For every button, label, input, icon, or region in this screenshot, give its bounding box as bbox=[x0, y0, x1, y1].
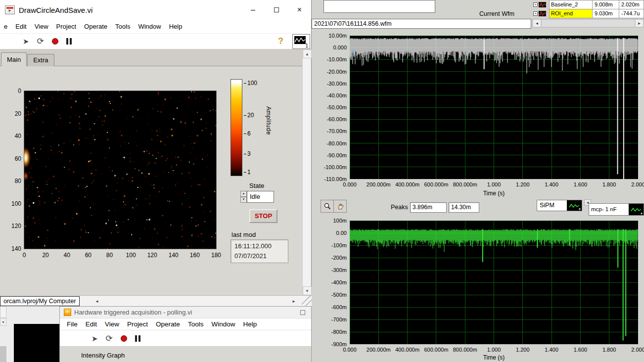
spinner-up-icon[interactable]: ▲ bbox=[240, 191, 247, 197]
tick-label: 400.000m bbox=[395, 181, 419, 187]
background-black-panel bbox=[14, 324, 59, 362]
tick-label: -100m bbox=[331, 242, 347, 248]
tick-label: 20 bbox=[15, 110, 21, 117]
scroll-right-icon[interactable]: ► bbox=[290, 297, 298, 305]
intensity-graph-x-axis: 020406080100120140160180 bbox=[24, 252, 216, 259]
tick-label: 1.800 bbox=[602, 347, 616, 353]
stop-button[interactable]: STOP bbox=[249, 209, 277, 223]
tick-label: 1.200 bbox=[516, 347, 530, 353]
wfm-name-cell[interactable]: ROI_end bbox=[549, 9, 593, 18]
pan-tool-button[interactable] bbox=[333, 200, 347, 213]
intensity-graph-plot[interactable] bbox=[24, 90, 217, 249]
vi-window-acquisition: Hardware triggered acquisition - polling… bbox=[59, 306, 312, 362]
menu-item-window[interactable]: Window bbox=[134, 23, 165, 30]
last-mod-time: 16:11:12.000 bbox=[234, 241, 288, 251]
menu-item-tools[interactable]: Tools bbox=[184, 320, 208, 328]
maximize-button[interactable] bbox=[300, 310, 305, 315]
plot-style-icon[interactable]: ▼ bbox=[629, 204, 644, 215]
run-button[interactable]: ➤ bbox=[23, 38, 29, 45]
tick-label: -80.00m bbox=[327, 140, 347, 146]
menu-item-tools[interactable]: Tools bbox=[111, 23, 134, 30]
intensity-graph-label: Intensity Graph bbox=[81, 352, 125, 359]
tick-label: 100 bbox=[244, 80, 257, 87]
tab-main[interactable]: Main bbox=[1, 52, 27, 66]
waveform-graph-1-plot[interactable] bbox=[350, 36, 638, 179]
plot-style-icon[interactable]: ▼ bbox=[567, 200, 582, 211]
tick-label: 40 bbox=[15, 133, 21, 139]
menu-item-help[interactable]: Help bbox=[239, 320, 261, 328]
tick-label: 0.000 bbox=[343, 347, 357, 353]
waveform-graph-2-x-axis: 0.000200.000m400.000m600.000m800.000m1.0… bbox=[350, 347, 638, 353]
menu-item-window[interactable]: Window bbox=[207, 320, 239, 328]
scroll-down-icon[interactable]: ▼ bbox=[303, 286, 312, 295]
scroll-left-icon[interactable]: ◄ bbox=[533, 19, 541, 27]
peak-value-1[interactable]: 3.896m bbox=[410, 202, 447, 213]
menu-item-edit[interactable]: Edit bbox=[11, 23, 30, 30]
peak-value-2[interactable]: 14.30m bbox=[449, 202, 479, 213]
menu-item-edit[interactable]: Edit bbox=[82, 320, 101, 328]
run-continuous-button[interactable]: ⟳ bbox=[37, 37, 44, 45]
run-continuous-button[interactable]: ⟳ bbox=[106, 334, 113, 343]
expander-icon[interactable]: + bbox=[533, 11, 538, 16]
tick-label: 200.000m bbox=[367, 181, 391, 187]
tab-extra[interactable]: Extra bbox=[27, 54, 54, 67]
state-input[interactable]: Idle bbox=[247, 191, 274, 203]
expander-icon[interactable]: + bbox=[533, 2, 538, 7]
spinner-down-icon[interactable]: ▼ bbox=[240, 197, 247, 203]
close-button[interactable]: × bbox=[288, 0, 311, 20]
abort-button[interactable] bbox=[52, 38, 58, 45]
tick-label: -100.00m bbox=[324, 164, 347, 170]
waveform-graph-1-xlabel: Time (s) bbox=[350, 190, 638, 197]
tick-label: -30.00m bbox=[327, 81, 347, 87]
minimize-button[interactable]: – bbox=[241, 0, 265, 20]
waveform-graph-2-plot[interactable] bbox=[350, 221, 638, 344]
pause-button[interactable] bbox=[135, 335, 140, 342]
abort-button[interactable] bbox=[121, 335, 127, 342]
pause-button[interactable] bbox=[66, 38, 72, 45]
help-icon[interactable]: ? bbox=[278, 36, 283, 46]
tick-label: -700m bbox=[331, 317, 347, 322]
color-scale-label: Amplitude bbox=[265, 106, 272, 135]
current-wfm-label: Current Wfm bbox=[479, 10, 514, 17]
scrollbar-thumb[interactable] bbox=[541, 19, 635, 27]
wfm-table: +Baseline_29.008m2.020m+ROI_end9.030m-74… bbox=[532, 0, 644, 18]
scroll-right-icon[interactable]: ► bbox=[635, 19, 644, 27]
row-icons: + bbox=[532, 9, 549, 18]
wfm-value-cell: -744.7u bbox=[619, 9, 644, 18]
zoom-tool-button[interactable] bbox=[321, 200, 334, 213]
mcp-selector[interactable]: mcp- 1 nF ▼ bbox=[589, 203, 644, 216]
table-scrollbar[interactable]: ◄ ► bbox=[532, 19, 644, 28]
menu-item-view[interactable]: View bbox=[101, 320, 123, 328]
plot-legend-icon[interactable] bbox=[539, 2, 546, 7]
menu-item-file[interactable]: File bbox=[63, 320, 82, 328]
menu-item-help[interactable]: Help bbox=[165, 23, 186, 30]
maximize-icon bbox=[274, 7, 279, 12]
scroll-up-icon[interactable]: ▲ bbox=[303, 49, 312, 58]
tick-label: -90.00m bbox=[327, 152, 347, 158]
wfm-name-cell[interactable]: Baseline_2 bbox=[549, 0, 593, 9]
project-context[interactable]: orcam.lvproj/My Computer bbox=[0, 296, 80, 306]
window-title: DrawCircleAndSave.vi bbox=[19, 6, 92, 14]
menu-item-project[interactable]: Project bbox=[52, 23, 80, 30]
mcp-selector-label: mcp- 1 nF bbox=[589, 204, 629, 215]
vertical-scrollbar[interactable]: ▲ ▼ bbox=[302, 49, 311, 295]
maximize-button[interactable] bbox=[265, 0, 288, 20]
run-button[interactable]: ➤ bbox=[92, 335, 98, 342]
toolbar: ➤ ⟳ ? 1 bbox=[0, 33, 311, 49]
menu-item-project[interactable]: Project bbox=[123, 320, 152, 328]
resize-grip[interactable] bbox=[302, 296, 312, 306]
color-scale-ramp[interactable] bbox=[230, 79, 242, 176]
menu-item-e[interactable]: e bbox=[0, 23, 11, 30]
scroll-left-icon[interactable]: ◄ bbox=[93, 297, 101, 305]
vi-icon-badge: 1 bbox=[305, 43, 308, 48]
plot-legend-icon[interactable] bbox=[539, 11, 546, 16]
wfm-control-box[interactable] bbox=[323, 0, 435, 13]
state-spinner[interactable]: ▲▼ bbox=[240, 191, 247, 203]
menu-item-view[interactable]: View bbox=[31, 23, 52, 30]
menu-item-operate[interactable]: Operate bbox=[152, 320, 184, 328]
wfm-path-input[interactable]: 2021\07\07\161114.856.wfm bbox=[312, 19, 531, 29]
tick-label: 0.000 bbox=[343, 181, 357, 187]
channel-selector[interactable]: SiPM ▼ bbox=[537, 200, 582, 211]
front-panel: 020406080100120140 020406080100120140160… bbox=[0, 66, 303, 295]
menu-item-operate[interactable]: Operate bbox=[80, 23, 111, 30]
